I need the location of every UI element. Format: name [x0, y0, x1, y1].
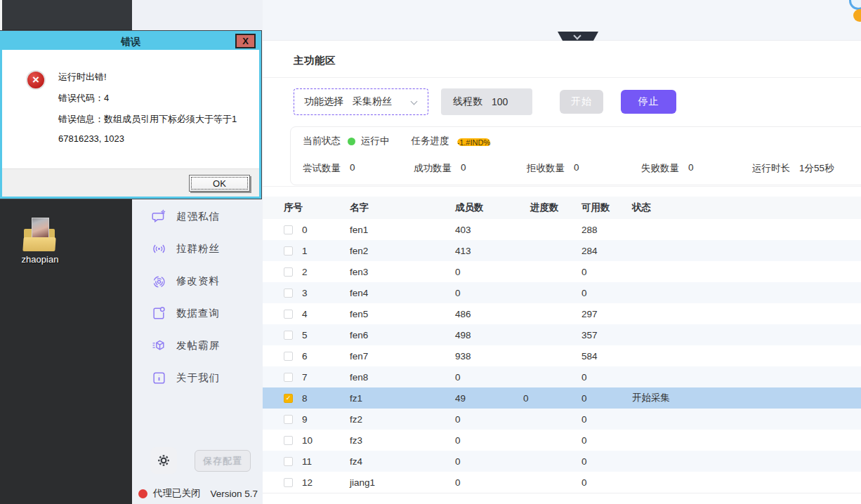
stat-label: 失败数量	[641, 162, 679, 175]
cell-members: 413	[455, 246, 523, 256]
sidebar-menu: 超强私信 拉群粉丝 修改资料 数据查询	[132, 200, 263, 394]
cell-available: 0	[581, 414, 632, 425]
table-row[interactable]: 10fz300	[263, 430, 861, 451]
thread-count-value: 100	[492, 96, 508, 107]
sidebar-item-post-flood[interactable]: 发帖霸屏	[132, 329, 263, 362]
cell-available: 0	[581, 372, 632, 383]
running-indicator	[348, 138, 355, 145]
table-row[interactable]: 0fen1403288	[263, 219, 861, 240]
col-progress: 进度数	[523, 201, 581, 214]
row-checkbox[interactable]	[284, 415, 293, 424]
row-checkbox[interactable]	[284, 225, 293, 234]
col-members: 成员数	[455, 201, 523, 214]
col-index: 序号	[284, 201, 350, 214]
folder-icon	[23, 216, 57, 253]
row-checkbox[interactable]	[284, 373, 293, 382]
stat-label: 拒收数量	[527, 162, 565, 175]
sidebar-item-edit-profile[interactable]: 修改资料	[132, 265, 263, 297]
chevron-down-icon	[411, 98, 418, 105]
thread-count-field[interactable]: 线程数 100	[441, 88, 532, 115]
cell-name: fz1	[350, 393, 455, 404]
table-row[interactable]: 2fen300	[263, 261, 861, 282]
row-checkbox[interactable]	[284, 436, 293, 445]
cell-index: 10	[302, 435, 350, 446]
row-checkbox[interactable]	[284, 478, 293, 487]
table-row[interactable]: ✓8fz14900开始采集	[263, 387, 861, 409]
progress-bar: -1.#IND%	[457, 137, 853, 146]
stat-value: 0	[574, 162, 579, 175]
stat-value: 0	[350, 162, 355, 175]
cell-name: jiang1	[350, 477, 455, 488]
col-status: 状态	[632, 201, 861, 214]
table-row[interactable]: 9fz200	[263, 409, 861, 430]
sidebar-footer: 保存配置	[132, 447, 263, 475]
sidebar-item-private-message[interactable]: 超强私信	[132, 200, 263, 232]
table-row[interactable]: 5fen6498357	[263, 324, 861, 345]
sidebar-item-about-us[interactable]: 关于我们	[132, 362, 263, 394]
error-dialog: 错误 X × 运行时出错! 错误代码：4 错误信息：数组成员引用下标必须大于等于…	[0, 31, 261, 199]
progress-fill: -1.#IND%	[457, 138, 491, 146]
cell-index: 3	[302, 288, 350, 298]
chat-star-icon	[151, 208, 166, 224]
col-available: 可用数	[581, 201, 632, 214]
row-checkbox[interactable]	[284, 331, 293, 340]
table-row[interactable]: 12jiang100	[263, 472, 861, 493]
row-checkbox[interactable]	[284, 457, 293, 466]
stop-button[interactable]: 停止	[621, 90, 676, 114]
table-header: 序号 名字 成员数 进度数 可用数 状态	[263, 197, 861, 219]
thread-count-label: 线程数	[453, 95, 482, 108]
desktop-folder-zhaopian[interactable]: zhaopian	[18, 216, 62, 265]
cell-available: 0	[581, 477, 632, 488]
cell-members: 0	[455, 414, 523, 425]
function-select-dropdown[interactable]: 功能选择 采集粉丝	[294, 88, 428, 115]
cell-members: 403	[455, 225, 523, 235]
table-row[interactable]: 4fen5486297	[263, 303, 861, 324]
settings-button[interactable]	[150, 447, 177, 474]
dialog-close-button[interactable]: X	[235, 34, 256, 48]
error-info-line: 错误信息：数组成员引用下标必须大于等于1	[58, 113, 237, 126]
cell-name: fen8	[350, 372, 455, 383]
desktop-folder-label: zhaopian	[18, 254, 62, 265]
cell-index: 2	[302, 267, 350, 277]
cell-available: 288	[581, 225, 632, 235]
error-code-line: 错误代码：4	[58, 92, 109, 105]
cell-index: 8	[302, 393, 350, 404]
cell-available: 0	[581, 288, 632, 298]
stat-value: 0	[688, 162, 694, 175]
divider	[263, 186, 861, 187]
cell-name: fz2	[350, 414, 455, 425]
start-button[interactable]: 开始	[560, 90, 603, 114]
sidebar-item-group-fans[interactable]: 拉群粉丝	[132, 232, 263, 265]
current-state-value: 运行中	[361, 135, 390, 147]
cell-name: fen7	[350, 351, 455, 362]
table-row[interactable]: 3fen400	[263, 282, 861, 303]
cell-available: 584	[581, 351, 632, 362]
banner-ball-decoration	[853, 9, 861, 22]
stat-value: 1分55秒	[799, 162, 834, 175]
ok-button[interactable]: OK	[189, 175, 250, 192]
sidebar-item-label: 发帖霸屏	[176, 339, 220, 352]
error-message-line: 运行时出错!	[58, 71, 107, 84]
id-card-icon	[151, 305, 166, 321]
proxy-status-bar: 代理已关闭 Version 5.7	[138, 487, 258, 500]
controls-row: 功能选择 采集粉丝 线程数 100 开始 停止	[294, 88, 676, 115]
cell-name: fen6	[350, 330, 455, 340]
row-checkbox[interactable]: ✓	[284, 394, 293, 403]
table-row[interactable]: 7fen800	[263, 366, 861, 387]
table-row[interactable]: 1fen2413284	[263, 240, 861, 261]
row-checkbox[interactable]	[284, 352, 293, 361]
cell-members: 0	[455, 435, 523, 446]
sidebar-item-label: 超强私信	[176, 210, 220, 223]
row-checkbox[interactable]	[284, 310, 293, 319]
table-row[interactable]: 11fz400	[263, 451, 861, 472]
cell-name: fz3	[350, 435, 455, 446]
row-checkbox[interactable]	[284, 267, 293, 277]
page-title: 主功能区	[294, 54, 336, 67]
proxy-status-text: 代理已关闭	[153, 487, 201, 500]
sidebar-item-data-query[interactable]: 数据查询	[132, 297, 263, 329]
save-config-button[interactable]: 保存配置	[195, 450, 251, 472]
proxy-off-indicator	[138, 489, 147, 498]
table-row[interactable]: 6fen7938584	[263, 345, 861, 366]
row-checkbox[interactable]	[284, 246, 293, 256]
row-checkbox[interactable]	[284, 289, 293, 298]
